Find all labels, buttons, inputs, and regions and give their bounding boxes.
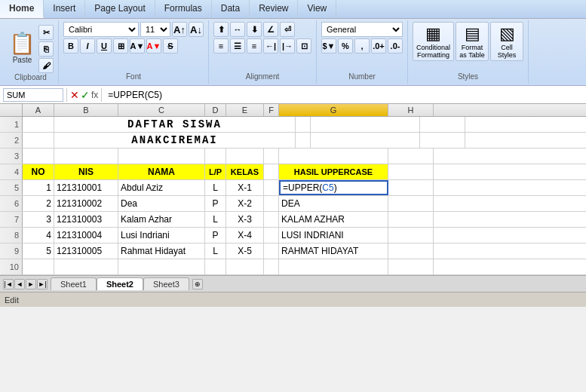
- decrease-indent-button[interactable]: ←|: [263, 38, 278, 54]
- cell-g7[interactable]: KALAM AZHAR: [279, 212, 388, 227]
- cell-h4[interactable]: [388, 164, 434, 179]
- cell-h7[interactable]: [388, 212, 434, 227]
- cell-h9[interactable]: [388, 243, 434, 259]
- comma-button[interactable]: ,: [354, 38, 370, 54]
- cell-f2[interactable]: [296, 133, 311, 148]
- cell-d7[interactable]: L: [205, 212, 226, 227]
- cell-e10[interactable]: [226, 259, 264, 274]
- cell-f4[interactable]: [264, 164, 279, 179]
- italic-button[interactable]: I: [80, 38, 95, 54]
- col-header-h[interactable]: H: [388, 104, 434, 116]
- increase-indent-button[interactable]: |→: [280, 38, 295, 54]
- tab-page-layout[interactable]: Page Layout: [85, 0, 155, 18]
- cell-d8[interactable]: P: [205, 228, 226, 243]
- cell-h3[interactable]: [388, 149, 434, 164]
- cell-d3[interactable]: [205, 149, 226, 164]
- increase-decimal-button[interactable]: .0+: [371, 38, 386, 54]
- sheet-tab-1[interactable]: Sheet1: [51, 277, 97, 290]
- decrease-decimal-button[interactable]: .0-: [388, 38, 403, 54]
- cell-h10[interactable]: [388, 259, 434, 274]
- cell-b8[interactable]: 121310004: [54, 228, 118, 243]
- tab-data[interactable]: Data: [212, 0, 250, 18]
- cell-f5[interactable]: [264, 180, 279, 195]
- cell-b2[interactable]: ANAKCIREMAI: [54, 133, 296, 148]
- tab-insert[interactable]: Insert: [44, 0, 85, 18]
- format-as-table-button[interactable]: ▤ Formatas Table: [456, 22, 489, 61]
- cell-d6[interactable]: P: [205, 196, 226, 211]
- col-header-c[interactable]: C: [118, 104, 205, 116]
- bold-button[interactable]: B: [63, 38, 78, 54]
- align-middle-button[interactable]: ↔: [230, 22, 245, 37]
- sheet-tab-3[interactable]: Sheet3: [143, 277, 189, 290]
- cell-d4[interactable]: L/P: [205, 164, 226, 179]
- increase-font-button[interactable]: A↑: [172, 22, 187, 37]
- cell-e8[interactable]: X-4: [226, 228, 264, 243]
- cell-b7[interactable]: 121310003: [54, 212, 118, 227]
- cell-e9[interactable]: X-5: [226, 243, 264, 259]
- tab-next-button[interactable]: ►: [26, 279, 36, 289]
- font-name-select[interactable]: Calibri: [63, 22, 139, 37]
- add-sheet-button[interactable]: ⊕: [192, 279, 203, 289]
- currency-button[interactable]: $▼: [321, 38, 336, 54]
- cell-h1[interactable]: [420, 117, 465, 132]
- cell-h5[interactable]: [388, 180, 434, 195]
- cut-button[interactable]: ✂: [38, 25, 54, 40]
- cell-b6[interactable]: 121310002: [54, 196, 118, 211]
- col-header-g[interactable]: G: [279, 104, 388, 116]
- col-header-e[interactable]: E: [226, 104, 264, 116]
- cell-c4[interactable]: NAMA: [118, 164, 205, 179]
- cell-g2[interactable]: [311, 133, 420, 148]
- tab-review[interactable]: Review: [250, 0, 298, 18]
- format-painter-button[interactable]: 🖌: [38, 58, 54, 73]
- font-color-button[interactable]: A▼: [146, 38, 161, 54]
- col-header-b[interactable]: B: [54, 104, 118, 116]
- tab-view[interactable]: View: [298, 0, 336, 18]
- cell-b5[interactable]: 121310001: [54, 180, 118, 195]
- tab-last-button[interactable]: ►|: [37, 279, 48, 289]
- cell-b9[interactable]: 121310005: [54, 243, 118, 259]
- cell-e5[interactable]: X-1: [226, 180, 264, 195]
- number-format-select[interactable]: General: [321, 22, 403, 37]
- insert-function-icon[interactable]: fx: [91, 90, 98, 100]
- cell-g8[interactable]: LUSI INDRIANI: [279, 228, 388, 243]
- tab-prev-button[interactable]: ◄: [14, 279, 25, 289]
- cell-b4[interactable]: NIS: [54, 164, 118, 179]
- col-header-f[interactable]: F: [264, 104, 279, 116]
- cell-styles-button[interactable]: ▧ CellStyles: [490, 22, 523, 61]
- cell-a3[interactable]: [23, 149, 54, 164]
- cancel-formula-icon[interactable]: ✕: [70, 89, 79, 101]
- cell-e3[interactable]: [226, 149, 264, 164]
- decrease-font-button[interactable]: A↓: [189, 22, 204, 37]
- cell-b10[interactable]: [54, 259, 118, 274]
- name-box[interactable]: [3, 88, 63, 102]
- cell-h2[interactable]: [420, 133, 465, 148]
- paste-button[interactable]: 📋 Paste: [8, 29, 37, 66]
- cell-a9[interactable]: 5: [23, 243, 54, 259]
- underline-button[interactable]: U: [97, 38, 112, 54]
- cell-b3[interactable]: [54, 149, 118, 164]
- cell-g4[interactable]: HASIL UPPERCASE: [279, 164, 388, 179]
- align-bottom-button[interactable]: ⬇: [247, 22, 262, 37]
- cell-a7[interactable]: 3: [23, 212, 54, 227]
- cell-d5[interactable]: L: [205, 180, 226, 195]
- cell-a8[interactable]: 4: [23, 228, 54, 243]
- cell-g6[interactable]: DEA: [279, 196, 388, 211]
- cell-a10[interactable]: [23, 259, 54, 274]
- col-header-d[interactable]: D: [205, 104, 226, 116]
- cell-h6[interactable]: [388, 196, 434, 211]
- cell-f9[interactable]: [264, 243, 279, 259]
- cell-g9[interactable]: RAHMAT HIDAYAT: [279, 243, 388, 259]
- cell-a4[interactable]: NO: [23, 164, 54, 179]
- cell-f6[interactable]: [264, 196, 279, 211]
- cell-a2[interactable]: [23, 133, 54, 148]
- align-left-button[interactable]: ≡: [213, 38, 229, 54]
- cell-f1[interactable]: [296, 117, 311, 132]
- merge-center-button[interactable]: ⊡: [296, 38, 311, 54]
- cell-g1[interactable]: [311, 117, 420, 132]
- cell-c5[interactable]: Abdul Aziz: [118, 180, 205, 195]
- cell-g5[interactable]: =UPPER(C5): [279, 180, 388, 195]
- align-top-button[interactable]: ⬆: [213, 22, 229, 37]
- cell-c8[interactable]: Lusi Indriani: [118, 228, 205, 243]
- percent-button[interactable]: %: [338, 38, 353, 54]
- align-right-button[interactable]: ≡: [247, 38, 262, 54]
